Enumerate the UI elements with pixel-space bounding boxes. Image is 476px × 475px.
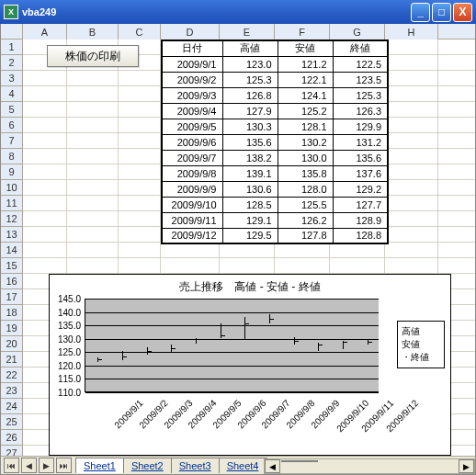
close-button[interactable]: X	[453, 3, 472, 22]
row-header[interactable]: 5	[1, 102, 22, 118]
sheet-tab[interactable]: Sheet2	[123, 458, 172, 473]
horizontal-scrollbar[interactable]: ◀ ▶	[264, 458, 475, 474]
column-header[interactable]: G	[330, 24, 385, 40]
table-cell[interactable]: 2009/9/3	[162, 87, 222, 103]
row-header[interactable]: 23	[1, 383, 22, 399]
column-header[interactable]: D	[161, 24, 220, 40]
table-cell[interactable]: 130.3	[222, 119, 278, 134]
table-cell[interactable]: 131.2	[333, 134, 388, 150]
table-cell[interactable]: 125.2	[278, 103, 333, 119]
column-header[interactable]: E	[220, 24, 275, 40]
table-cell[interactable]: 128.0	[278, 181, 333, 197]
table-cell[interactable]: 129.5	[222, 228, 278, 243]
column-headers[interactable]: ABCDEFGH	[1, 24, 475, 40]
table-cell[interactable]: 2009/9/8	[162, 165, 222, 181]
tab-nav-button[interactable]: ⏮	[4, 458, 19, 473]
row-header[interactable]: 20	[1, 336, 22, 352]
column-header[interactable]: F	[275, 24, 330, 40]
table-cell[interactable]: 2009/9/4	[162, 103, 222, 119]
table-cell[interactable]: 2009/9/2	[162, 72, 222, 87]
stock-table[interactable]: 日付高値安値終値2009/9/1123.0121.2122.52009/9/21…	[161, 40, 389, 244]
scroll-right-button[interactable]: ▶	[459, 459, 474, 473]
table-cell[interactable]: 2009/9/11	[162, 212, 222, 228]
row-header[interactable]: 2	[1, 55, 22, 71]
table-cell[interactable]: 125.3	[222, 72, 278, 87]
table-cell[interactable]: 126.3	[333, 103, 388, 119]
table-cell[interactable]: 128.5	[222, 197, 278, 212]
column-header[interactable]: B	[67, 24, 119, 40]
table-cell[interactable]: 128.1	[278, 119, 333, 134]
row-header[interactable]: 26	[1, 430, 22, 446]
worksheet[interactable]: ABCDEFGH 1234567891011121314151617181920…	[0, 24, 476, 475]
tab-nav-button[interactable]: ◀	[21, 458, 37, 473]
minimize-button[interactable]: _	[411, 3, 430, 22]
row-header[interactable]: 6	[1, 118, 22, 133]
table-cell[interactable]: 127.9	[222, 103, 278, 119]
table-cell[interactable]: 2009/9/7	[162, 150, 222, 165]
row-header[interactable]: 8	[1, 149, 22, 164]
table-cell[interactable]: 123.0	[222, 56, 278, 72]
table-cell[interactable]: 126.8	[222, 87, 278, 103]
column-header[interactable]: A	[23, 24, 67, 40]
table-cell[interactable]: 127.8	[278, 228, 333, 243]
table-cell[interactable]: 128.8	[333, 228, 388, 243]
row-header[interactable]: 13	[1, 227, 22, 243]
sheet-tab[interactable]: Sheet4	[219, 458, 267, 473]
table-cell[interactable]: 2009/9/10	[162, 197, 222, 212]
row-header[interactable]: 11	[1, 196, 22, 211]
row-header[interactable]: 19	[1, 321, 22, 336]
column-header[interactable]: C	[119, 24, 161, 40]
row-header[interactable]: 24	[1, 399, 22, 414]
table-cell[interactable]: 129.9	[333, 119, 388, 134]
table-cell[interactable]: 126.2	[278, 212, 333, 228]
titlebar[interactable]: X vba249 _ □ X	[0, 0, 476, 24]
table-cell[interactable]: 138.2	[222, 150, 278, 165]
row-headers[interactable]: 1234567891011121314151617181920212223242…	[1, 24, 23, 456]
row-header[interactable]: 9	[1, 164, 22, 180]
table-cell[interactable]: 125.5	[278, 197, 333, 212]
table-cell[interactable]: 130.2	[278, 134, 333, 150]
table-cell[interactable]: 122.5	[333, 56, 388, 72]
table-cell[interactable]: 137.6	[333, 165, 388, 181]
sheet-tabstrip[interactable]: ⏮◀▶⏭ Sheet1Sheet2Sheet3Sheet4 ◀ ▶	[1, 456, 475, 474]
row-header[interactable]: 14	[1, 243, 22, 258]
table-cell[interactable]: 123.5	[333, 72, 388, 87]
maximize-button[interactable]: □	[432, 3, 451, 22]
table-cell[interactable]: 135.6	[333, 150, 388, 165]
row-header[interactable]: 15	[1, 258, 22, 274]
table-cell[interactable]: 2009/9/1	[162, 56, 222, 72]
table-cell[interactable]: 135.8	[278, 165, 333, 181]
table-cell[interactable]: 130.0	[278, 150, 333, 165]
chart[interactable]: 売上推移 高値 - 安値 - 終値 110.0115.0120.0125.013…	[49, 274, 451, 456]
row-header[interactable]: 12	[1, 211, 22, 227]
table-cell[interactable]: 121.2	[278, 56, 333, 72]
row-header[interactable]: 17	[1, 289, 22, 305]
table-cell[interactable]: 129.2	[333, 181, 388, 197]
print-stock-button[interactable]: 株価の印刷	[47, 45, 139, 67]
table-cell[interactable]: 2009/9/9	[162, 181, 222, 197]
table-cell[interactable]: 139.1	[222, 165, 278, 181]
table-cell[interactable]: 130.6	[222, 181, 278, 197]
tab-nav-button[interactable]: ⏭	[56, 458, 72, 473]
column-header[interactable]: H	[385, 24, 438, 40]
sheet-tab[interactable]: Sheet1	[75, 458, 124, 473]
row-header[interactable]: 10	[1, 180, 22, 196]
table-cell[interactable]: 124.1	[278, 87, 333, 103]
table-cell[interactable]: 2009/9/5	[162, 119, 222, 134]
table-cell[interactable]: 2009/9/6	[162, 134, 222, 150]
table-cell[interactable]: 127.7	[333, 197, 388, 212]
row-header[interactable]: 25	[1, 414, 22, 430]
row-header[interactable]: 1	[1, 40, 22, 55]
sheet-tab[interactable]: Sheet3	[171, 458, 220, 473]
row-header[interactable]: 3	[1, 71, 22, 86]
row-header[interactable]: 7	[1, 133, 22, 149]
table-cell[interactable]: 129.1	[222, 212, 278, 228]
scrollbar-thumb[interactable]	[281, 460, 318, 462]
table-cell[interactable]: 135.6	[222, 134, 278, 150]
row-header[interactable]: 18	[1, 305, 22, 321]
tab-nav-button[interactable]: ▶	[39, 458, 54, 473]
row-header[interactable]: 21	[1, 352, 22, 368]
row-header[interactable]: 4	[1, 86, 22, 102]
table-cell[interactable]: 125.3	[333, 87, 388, 103]
table-cell[interactable]: 122.1	[278, 72, 333, 87]
